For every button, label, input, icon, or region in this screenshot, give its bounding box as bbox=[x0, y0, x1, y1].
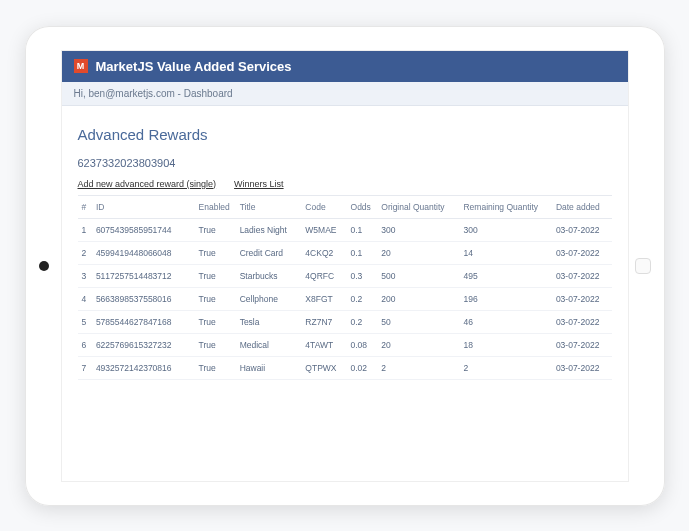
cell-title: Cellphone bbox=[236, 287, 302, 310]
main-content: Advanced Rewards 6237332023803904 Add ne… bbox=[62, 106, 628, 481]
cell-num: 5 bbox=[78, 310, 92, 333]
th-rem-qty: Remaining Quantity bbox=[459, 195, 551, 218]
cell-num: 4 bbox=[78, 287, 92, 310]
cell-title: Starbucks bbox=[236, 264, 302, 287]
cell-code: RZ7N7 bbox=[301, 310, 346, 333]
cell-code: W5MAE bbox=[301, 218, 346, 241]
cell-enabled: True bbox=[195, 218, 236, 241]
cell-date-added: 03-07-2022 bbox=[552, 241, 612, 264]
cell-rem-qty: 495 bbox=[459, 264, 551, 287]
action-links: Add new advanced reward (single) Winners… bbox=[78, 179, 612, 189]
cell-date-added: 03-07-2022 bbox=[552, 264, 612, 287]
table-header-row: # ID Enabled Title Code Odds Original Qu… bbox=[78, 195, 612, 218]
rewards-table: # ID Enabled Title Code Odds Original Qu… bbox=[78, 195, 612, 380]
cell-rem-qty: 14 bbox=[459, 241, 551, 264]
cell-code: 4TAWT bbox=[301, 333, 346, 356]
cell-rem-qty: 46 bbox=[459, 310, 551, 333]
cell-title: Credit Card bbox=[236, 241, 302, 264]
page-title: Advanced Rewards bbox=[78, 126, 612, 143]
cell-rem-qty: 2 bbox=[459, 356, 551, 379]
cell-code: QTPWX bbox=[301, 356, 346, 379]
cell-odds: 0.02 bbox=[347, 356, 378, 379]
table-row[interactable]: 24599419448066048TrueCredit Card4CKQ20.1… bbox=[78, 241, 612, 264]
cell-rem-qty: 18 bbox=[459, 333, 551, 356]
cell-date-added: 03-07-2022 bbox=[552, 218, 612, 241]
cell-title: Hawaii bbox=[236, 356, 302, 379]
cell-date-added: 03-07-2022 bbox=[552, 287, 612, 310]
table-row[interactable]: 74932572142370816TrueHawaiiQTPWX0.022203… bbox=[78, 356, 612, 379]
tablet-frame: M MarketJS Value Added Services Hi, ben@… bbox=[25, 26, 665, 506]
th-orig-qty: Original Quantity bbox=[377, 195, 459, 218]
cell-date-added: 03-07-2022 bbox=[552, 333, 612, 356]
cell-odds: 0.2 bbox=[347, 287, 378, 310]
th-date-added: Date added bbox=[552, 195, 612, 218]
cell-id: 4599419448066048 bbox=[92, 241, 195, 264]
th-enabled: Enabled bbox=[195, 195, 236, 218]
table-row[interactable]: 35117257514483712TrueStarbucks4QRFC0.350… bbox=[78, 264, 612, 287]
cell-code: X8FGT bbox=[301, 287, 346, 310]
cell-orig-qty: 20 bbox=[377, 241, 459, 264]
cell-odds: 0.1 bbox=[347, 218, 378, 241]
record-id: 6237332023803904 bbox=[78, 157, 612, 169]
cell-id: 6225769615327232 bbox=[92, 333, 195, 356]
cell-orig-qty: 50 bbox=[377, 310, 459, 333]
cell-orig-qty: 200 bbox=[377, 287, 459, 310]
th-id: ID bbox=[92, 195, 195, 218]
cell-rem-qty: 196 bbox=[459, 287, 551, 310]
table-row[interactable]: 16075439585951744TrueLadies NightW5MAE0.… bbox=[78, 218, 612, 241]
cell-enabled: True bbox=[195, 356, 236, 379]
cell-num: 3 bbox=[78, 264, 92, 287]
app-title: MarketJS Value Added Services bbox=[96, 59, 292, 74]
table-row[interactable]: 66225769615327232TrueMedical4TAWT0.08201… bbox=[78, 333, 612, 356]
cell-odds: 0.1 bbox=[347, 241, 378, 264]
cell-num: 6 bbox=[78, 333, 92, 356]
logo-icon: M bbox=[74, 59, 88, 73]
cell-orig-qty: 20 bbox=[377, 333, 459, 356]
cell-id: 5663898537558016 bbox=[92, 287, 195, 310]
cell-orig-qty: 300 bbox=[377, 218, 459, 241]
cell-num: 2 bbox=[78, 241, 92, 264]
winners-list-link[interactable]: Winners List bbox=[234, 179, 284, 189]
screen: M MarketJS Value Added Services Hi, ben@… bbox=[61, 50, 629, 482]
cell-odds: 0.2 bbox=[347, 310, 378, 333]
cell-title: Tesla bbox=[236, 310, 302, 333]
cell-code: 4CKQ2 bbox=[301, 241, 346, 264]
cell-orig-qty: 500 bbox=[377, 264, 459, 287]
cell-odds: 0.3 bbox=[347, 264, 378, 287]
cell-title: Medical bbox=[236, 333, 302, 356]
cell-title: Ladies Night bbox=[236, 218, 302, 241]
cell-date-added: 03-07-2022 bbox=[552, 356, 612, 379]
cell-enabled: True bbox=[195, 241, 236, 264]
app-header: M MarketJS Value Added Services bbox=[62, 51, 628, 82]
th-odds: Odds bbox=[347, 195, 378, 218]
add-new-reward-link[interactable]: Add new advanced reward (single) bbox=[78, 179, 217, 189]
cell-enabled: True bbox=[195, 287, 236, 310]
cell-id: 4932572142370816 bbox=[92, 356, 195, 379]
cell-num: 1 bbox=[78, 218, 92, 241]
cell-date-added: 03-07-2022 bbox=[552, 310, 612, 333]
th-num: # bbox=[78, 195, 92, 218]
cell-odds: 0.08 bbox=[347, 333, 378, 356]
cell-id: 6075439585951744 bbox=[92, 218, 195, 241]
cell-enabled: True bbox=[195, 333, 236, 356]
table-row[interactable]: 55785544627847168TrueTeslaRZ7N70.2504603… bbox=[78, 310, 612, 333]
cell-code: 4QRFC bbox=[301, 264, 346, 287]
th-title: Title bbox=[236, 195, 302, 218]
subheader-greeting: Hi, ben@marketjs.com - Dashboard bbox=[62, 82, 628, 106]
camera-dot bbox=[39, 261, 49, 271]
cell-id: 5785544627847168 bbox=[92, 310, 195, 333]
table-row[interactable]: 45663898537558016TrueCellphoneX8FGT0.220… bbox=[78, 287, 612, 310]
cell-rem-qty: 300 bbox=[459, 218, 551, 241]
cell-enabled: True bbox=[195, 310, 236, 333]
cell-orig-qty: 2 bbox=[377, 356, 459, 379]
cell-enabled: True bbox=[195, 264, 236, 287]
cell-num: 7 bbox=[78, 356, 92, 379]
home-button[interactable] bbox=[635, 258, 651, 274]
cell-id: 5117257514483712 bbox=[92, 264, 195, 287]
th-code: Code bbox=[301, 195, 346, 218]
